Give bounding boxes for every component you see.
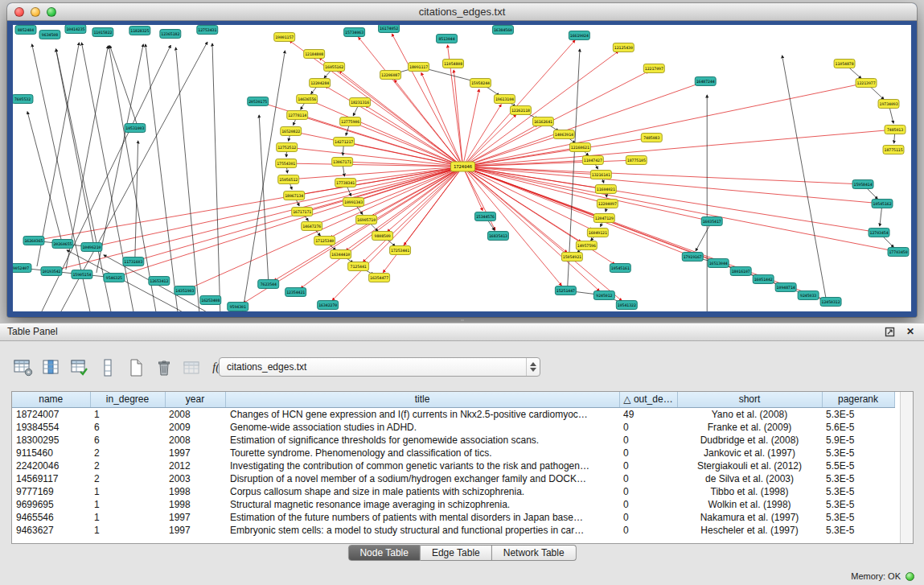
network-node[interactable]: 11731603 [123, 257, 144, 266]
network-edge[interactable] [176, 47, 199, 311]
cell-short[interactable]: Dudbridge et al. (2008) [677, 434, 822, 447]
network-edge[interactable] [313, 101, 462, 167]
network-node[interactable]: 16342270 [318, 301, 339, 310]
network-node[interactable]: 10948714 [775, 283, 796, 292]
cell-name[interactable]: 14569117 [12, 472, 90, 485]
network-node[interactable]: 9594301 [228, 303, 248, 311]
cell-name[interactable]: 18300295 [12, 434, 90, 447]
cell-title[interactable]: Estimation of significance thresholds fo… [225, 434, 619, 447]
cell-out_de[interactable]: 0 [619, 524, 677, 537]
new-document-icon[interactable] [125, 357, 146, 378]
network-edge[interactable] [110, 46, 138, 128]
cell-short[interactable]: Hescheler et al. (1997) [677, 524, 822, 537]
column-header-pagerank[interactable]: pagerank [822, 392, 894, 407]
network-node[interactable]: 9546325 [104, 274, 125, 282]
network-node[interactable]: 18016107 [730, 267, 751, 276]
cell-out_de[interactable]: 0 [619, 447, 677, 459]
cell-year[interactable]: 2008 [165, 434, 225, 447]
cell-in_degree[interactable]: 2 [90, 459, 165, 472]
edit-table-icon[interactable] [69, 357, 90, 378]
cell-pagerank[interactable]: 5.3E-5 [822, 498, 894, 511]
network-edge[interactable] [782, 56, 827, 299]
network-edge[interactable] [350, 143, 462, 167]
network-window[interactable]: citations_edges.txt 88524849634508104142… [7, 3, 917, 317]
network-node[interactable]: 7485013 [885, 126, 906, 134]
cell-in_degree[interactable]: 6 [90, 434, 165, 447]
network-node[interactable]: 19734093 [878, 100, 899, 109]
cell-in_degree[interactable]: 1 [90, 407, 165, 421]
network-node[interactable]: 11054878 [834, 60, 855, 68]
network-node[interactable]: 8852484 [15, 26, 36, 35]
column-header-title[interactable]: title [225, 392, 619, 407]
network-node[interactable]: 15344576 [474, 212, 495, 221]
network-edge[interactable] [326, 86, 463, 167]
network-edge[interactable] [146, 44, 178, 311]
network-node[interactable]: 9052407 [13, 264, 31, 273]
cell-short[interactable]: Tibbo et al. (1998) [677, 485, 822, 498]
network-node[interactable]: 16384560 [492, 26, 513, 35]
column-header-short[interactable]: short [677, 392, 822, 407]
cell-title[interactable]: Embryonic stem cells: a model to study s… [225, 524, 619, 537]
cell-short[interactable]: de Silva et al. (2003) [677, 472, 822, 485]
cell-name[interactable]: 9777169 [12, 485, 90, 498]
network-node[interactable]: 12125430 [613, 43, 634, 52]
close-panel-icon[interactable]: ✕ [905, 326, 916, 337]
network-node[interactable]: 10541322 [616, 301, 637, 310]
network-edge[interactable] [392, 34, 462, 167]
network-node[interactable]: 12753431 [197, 26, 218, 35]
network-node[interactable]: 12450312 [820, 298, 841, 307]
network-node[interactable]: 7605532 [13, 95, 33, 104]
cell-out_de[interactable]: 0 [619, 421, 677, 434]
network-edge[interactable] [55, 49, 92, 242]
table-row[interactable]: 977716911998Corpus callosum shape and si… [12, 485, 894, 498]
network-node[interactable]: 16051442 [753, 275, 774, 284]
network-node[interactable]: 16344410 [331, 250, 351, 259]
table-row[interactable]: 946554611997Estimation of the future num… [12, 511, 894, 524]
network-node[interactable]: 13067171 [332, 158, 353, 167]
network-edge[interactable] [301, 167, 462, 288]
cell-short[interactable]: Wolkin et al. (1998) [677, 498, 822, 511]
network-node[interactable]: 17703450 [888, 248, 909, 257]
network-node[interactable]: 11828325 [129, 27, 150, 35]
network-node[interactable]: 12204097 [597, 200, 618, 208]
cell-title[interactable]: Corpus callosum shape and size in male p… [225, 485, 619, 498]
cell-short[interactable]: Jankovic et al. (1997) [677, 447, 822, 459]
zoom-window-button[interactable] [47, 7, 56, 17]
cell-name[interactable]: 9465546 [12, 511, 90, 524]
network-node[interactable]: 10193542 [41, 267, 62, 276]
network-node[interactable]: 14271217 [334, 138, 355, 146]
cell-in_degree[interactable]: 1 [90, 511, 165, 524]
cell-year[interactable]: 2009 [165, 421, 225, 434]
cell-name[interactable]: 22420046 [12, 459, 90, 472]
network-node[interactable]: 8513044 [437, 35, 458, 43]
cell-in_degree[interactable]: 6 [90, 421, 165, 434]
column-header-year[interactable]: year [165, 392, 225, 407]
network-node[interactable]: 18775105 [626, 156, 647, 165]
cell-year[interactable]: 2008 [165, 407, 225, 421]
cell-pagerank[interactable]: 5.5E-5 [822, 459, 894, 472]
network-node[interactable]: 16253408 [200, 296, 221, 305]
network-node[interactable]: 12778114 [287, 111, 308, 120]
network-edge[interactable] [462, 167, 876, 203]
network-node[interactable]: 16049121 [587, 229, 608, 237]
network-edge[interactable] [462, 167, 686, 254]
network-edge[interactable] [462, 167, 873, 232]
network-node[interactable]: 16487244 [695, 77, 716, 86]
network-node[interactable]: 16354477 [369, 274, 390, 282]
table-row[interactable]: 1872400712008Changes of HCN gene express… [12, 407, 894, 421]
cell-title[interactable]: Estimation of the future numbers of pati… [225, 511, 619, 524]
network-edge[interactable] [259, 115, 269, 281]
table-row[interactable]: 1938455462009Genome-wide association stu… [12, 421, 894, 434]
cell-short[interactable]: Stergiakouli et al. (2012) [677, 459, 822, 472]
table-row[interactable]: 1456911722003Disruption of a novel membe… [12, 472, 894, 485]
cell-in_degree[interactable]: 2 [90, 472, 165, 485]
network-node[interactable]: 12775906 [340, 117, 361, 126]
network-node[interactable]: 11054808 [443, 60, 464, 68]
network-node[interactable]: 19613104 [494, 95, 515, 104]
network-node[interactable]: 17738341 [335, 179, 356, 187]
network-edge[interactable] [462, 105, 501, 167]
network-node[interactable]: 15958244 [470, 79, 491, 88]
network-node[interactable]: 12217097 [643, 64, 664, 73]
network-node[interactable]: 14063914 [553, 130, 574, 139]
network-node[interactable]: 10545162 [872, 200, 893, 208]
